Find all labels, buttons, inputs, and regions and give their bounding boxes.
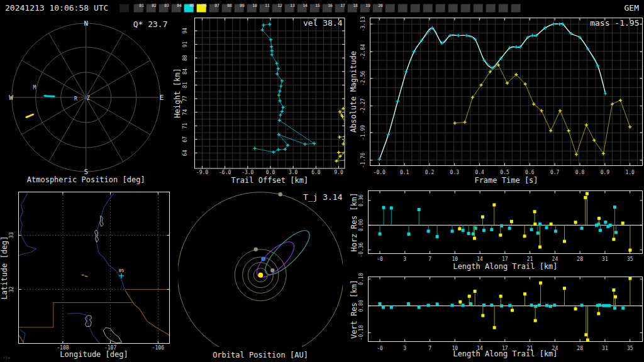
data-point-square: [628, 249, 631, 252]
lake-lake-1: [100, 216, 103, 226]
trail-y-label: Height [km]: [173, 68, 182, 118]
light-curve-series: [378, 23, 632, 161]
polar-spoke: [49, 33, 86, 97]
streak-arrowhead: [25, 116, 27, 118]
data-point-square: [490, 228, 493, 231]
data-point-square: [599, 229, 602, 232]
data-point-square: [490, 304, 493, 307]
x-tick-label: 10: [452, 256, 458, 262]
polar-spoke: [86, 97, 150, 134]
data-point-square: [574, 307, 577, 310]
x-tick-label: 0.7: [550, 170, 560, 175]
y-tick-label: -0.36: [359, 242, 365, 257]
frame-box-empty[interactable]: [461, 4, 470, 13]
y-tick-label: 32: [9, 286, 15, 292]
frame-box-empty[interactable]: [448, 4, 458, 13]
horz-res-y-label: Horz Res [km]: [350, 193, 358, 252]
x-tick-label: 0.4: [475, 170, 484, 175]
g-horz-series: [379, 192, 632, 252]
frame-box-empty[interactable]: [386, 4, 395, 13]
y-tick-label: 67: [182, 136, 188, 143]
frame-box-empty[interactable]: [436, 4, 445, 13]
frame-box-empty[interactable]: [423, 4, 433, 13]
data-point-square: [508, 227, 511, 230]
data-point-square: [584, 333, 587, 336]
data-point-plus: [404, 70, 408, 73]
data-point-square: [462, 229, 465, 232]
data-point-square: [474, 290, 477, 293]
zenith-label: Z: [87, 96, 90, 101]
watermark: rjw: [3, 355, 10, 360]
y-tick-label: 71: [182, 123, 188, 129]
atmos-title: Atmospheric Position [deg]: [27, 175, 145, 184]
frame-box-number: 07: [214, 3, 219, 8]
data-point-square: [436, 302, 439, 305]
frame-box-empty[interactable]: [398, 4, 408, 13]
data-point-square: [390, 306, 393, 309]
frame-box-number: 14: [303, 3, 308, 8]
map-x-label: Longitude [deg]: [60, 350, 128, 359]
trail-offset-panel: -9.0-6.0-3.00.03.06.09.09491888481777471…: [182, 18, 350, 175]
frame-box-number: 17: [340, 3, 345, 8]
data-point-square: [550, 222, 553, 226]
y-tick-label: -3.13: [360, 16, 366, 31]
compass-west: W: [9, 94, 13, 102]
x-tick-label: -3.0: [242, 170, 253, 175]
data-point-square: [508, 304, 511, 307]
data-point-square: [418, 306, 421, 309]
x-tick-label: 14: [477, 256, 483, 262]
data-point-square: [597, 217, 601, 220]
data-point-plus: [277, 148, 280, 151]
data-point-plus: [396, 99, 399, 102]
data-point-plus: [575, 153, 578, 156]
frame-box-number: 09: [240, 3, 245, 8]
data-point-square: [469, 302, 472, 305]
x-tick-label: -0.0: [374, 170, 386, 175]
frame-box-number: 13: [290, 3, 295, 8]
mass-stat: mass -1.95: [590, 18, 639, 28]
data-point-plus: [549, 129, 552, 132]
x-tick-label: 0.1: [400, 170, 409, 175]
x-tick-label: 24: [552, 256, 558, 262]
ground-track-dash: [85, 276, 88, 277]
data-point-square: [613, 206, 616, 209]
mag-x-label: Frame Time [s]: [474, 176, 538, 185]
station-label: 05: [119, 268, 124, 273]
frame-box-number: 19: [365, 3, 370, 8]
data-point-square: [533, 210, 536, 213]
x-tick-label: 31: [602, 346, 608, 351]
data-point-plus: [558, 109, 562, 112]
data-point-square: [621, 222, 625, 225]
planet-dot: [254, 248, 258, 251]
data-point-square: [407, 302, 410, 305]
x-tick-label: 7: [428, 346, 431, 351]
y-tick-label: 74: [182, 109, 188, 116]
data-point-square: [523, 234, 526, 238]
y-tick-label: -1.99: [360, 125, 366, 140]
data-point-square: [458, 300, 462, 304]
orbit-drawing: [177, 192, 343, 358]
atmospheric-position-panel: [12, 23, 160, 172]
data-point-square: [574, 221, 577, 224]
x-tick-label: -9.0: [196, 170, 208, 175]
frame-box-number: 03: [164, 3, 169, 8]
frame-box-number: 12: [277, 3, 282, 8]
frame-box-empty[interactable]: [411, 4, 420, 13]
compass-south: S: [84, 168, 88, 176]
data-point-square: [436, 235, 439, 238]
data-point-square: [458, 227, 461, 230]
frame-box-number: 16: [328, 3, 333, 8]
x-tick-label: 21: [527, 256, 533, 262]
data-point-square: [427, 229, 430, 233]
frame-box-empty[interactable]: [486, 4, 496, 13]
frame-box-blank[interactable]: [119, 4, 129, 13]
data-point-plus: [268, 23, 271, 26]
x-tick-label: 0.0: [266, 170, 275, 175]
frame-box-empty[interactable]: [499, 4, 508, 13]
data-point-plus: [280, 110, 284, 113]
data-point-square: [563, 240, 566, 243]
data-point-plus: [611, 102, 614, 106]
frame-box-empty[interactable]: [474, 4, 483, 13]
x-tick-label: 28: [577, 346, 583, 351]
frame-box-empty[interactable]: [511, 4, 521, 13]
